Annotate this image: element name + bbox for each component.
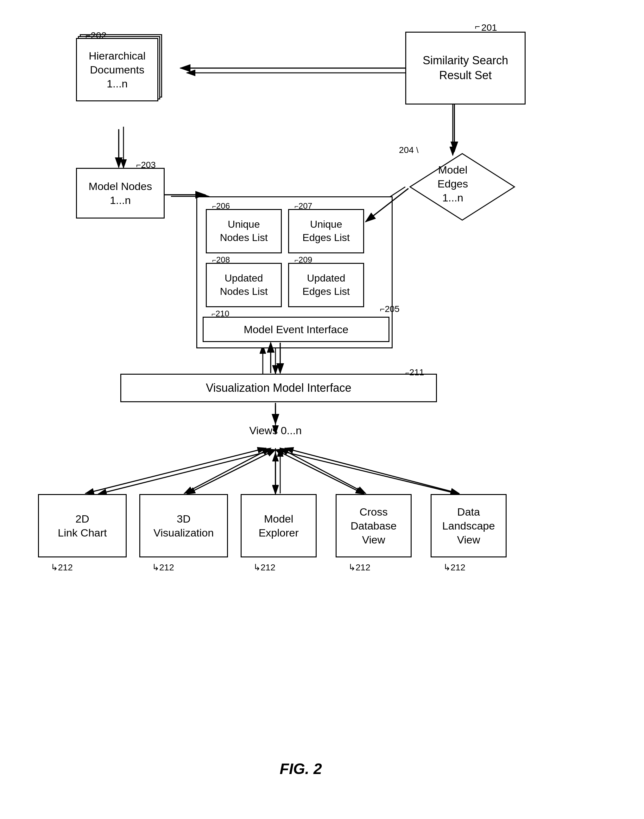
ref-209: ⌐209 [294,255,312,265]
unique-nodes-label: UniqueNodes List [220,218,268,244]
ref-212a: ↳212 [51,562,73,573]
unique-nodes-box: UniqueNodes List [206,209,282,253]
view-data-landscape-label: DataLandscapeView [442,505,495,547]
viz-model-box: Visualization Model Interface [120,374,437,402]
model-edges-diamond: Model Edges1...n [408,152,497,215]
ref-202: ⌐202 [86,30,106,41]
model-nodes-box: Model Nodes1...n [76,168,165,219]
view-model-explorer-box: ModelExplorer [241,494,317,557]
views-label: Views 0...n [244,424,307,437]
updated-nodes-box: UpdatedNodes List [206,263,282,307]
unique-edges-label: UniqueEdges List [302,218,350,244]
svg-line-19 [276,450,459,494]
view-2d-box: 2DLink Chart [38,494,127,557]
ref-204: 204 \ [399,145,419,155]
arrows-svg [0,0,644,819]
unique-edges-box: UniqueEdges List [288,209,364,253]
view-3d-label: 3DVisualization [153,512,214,540]
svg-line-14 [187,450,276,494]
svg-line-18 [276,450,364,494]
svg-line-12 [98,450,276,494]
svg-line-34 [184,448,271,494]
similarity-search-box: Similarity SearchResult Set [405,32,526,104]
ref-210: ⌐210 [212,309,229,319]
ref-208: ⌐208 [212,255,230,265]
ref-201: 201 [481,22,497,33]
view-model-explorer-label: ModelExplorer [259,512,299,540]
model-nodes-label: Model Nodes1...n [89,179,152,207]
svg-line-20 [276,450,459,494]
svg-line-13 [187,450,276,494]
hierarchical-docs-label: HierarchicalDocuments1...n [76,38,158,101]
svg-line-39 [280,448,366,494]
svg-line-41 [285,448,459,494]
model-event-box: Model Event Interface [202,317,389,342]
model-edges-label: Model Edges1...n [431,163,475,205]
fig-caption: FIG. 2 [238,760,364,778]
svg-line-35 [184,448,271,494]
svg-line-11 [98,450,276,494]
view-data-landscape-box: DataLandscapeView [431,494,507,557]
ref-203: ⌐203 [136,160,156,170]
view-cross-db-box: CrossDatabaseView [336,494,412,557]
updated-nodes-label: UpdatedNodes List [220,272,268,298]
ref-212e: ↳212 [443,562,465,573]
similarity-search-label: Similarity SearchResult Set [423,53,508,83]
ref-212c: ↳212 [253,562,276,573]
view-3d-box: 3DVisualization [139,494,228,557]
svg-line-40 [285,448,459,494]
svg-line-38 [280,448,366,494]
ref-205: ⌐205 [380,304,400,314]
svg-line-33 [86,448,266,494]
svg-line-17 [276,450,364,494]
ref-206: ⌐206 [212,201,230,211]
ref-207: ⌐207 [294,201,312,211]
model-event-label: Model Event Interface [244,322,349,336]
svg-line-32 [86,448,266,494]
diagram: Similarity SearchResult Set 201 ⌐ Hierar… [0,0,644,819]
ref-212b: ↳212 [152,562,174,573]
ref-212d: ↳212 [348,562,370,573]
viz-model-label: Visualization Model Interface [206,381,351,396]
ref-211: ⌐211 [405,367,424,377]
arrows-detail [0,0,644,819]
updated-edges-box: UpdatedEdges List [288,263,364,307]
view-cross-db-label: CrossDatabaseView [351,505,397,547]
updated-edges-label: UpdatedEdges List [302,272,350,298]
view-2d-label: 2DLink Chart [58,512,107,540]
